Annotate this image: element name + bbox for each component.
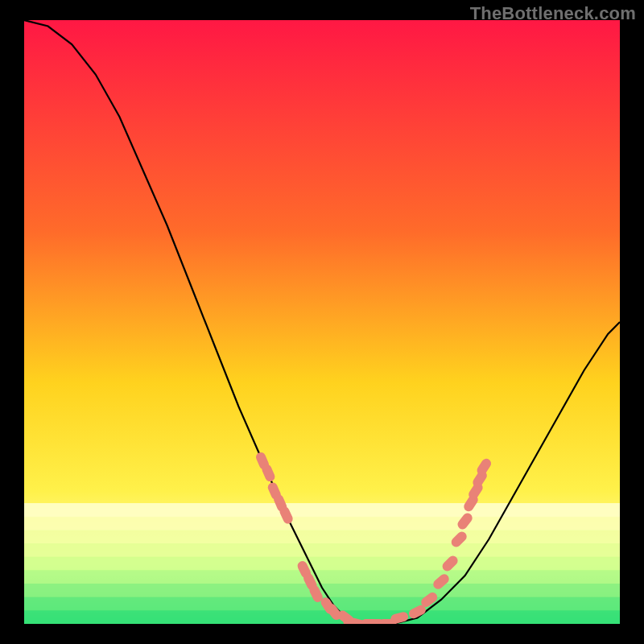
svg-rect-1 xyxy=(24,517,620,530)
chart-plot-area xyxy=(24,20,620,624)
svg-rect-4 xyxy=(24,557,620,571)
bottom-color-bands xyxy=(24,503,620,624)
svg-rect-3 xyxy=(24,543,620,557)
svg-rect-0 xyxy=(24,503,620,517)
bottleneck-chart-svg xyxy=(24,20,620,624)
svg-rect-5 xyxy=(24,570,620,584)
watermark-text: TheBottleneck.com xyxy=(470,3,636,24)
svg-rect-8 xyxy=(24,610,620,624)
svg-rect-2 xyxy=(24,530,620,543)
